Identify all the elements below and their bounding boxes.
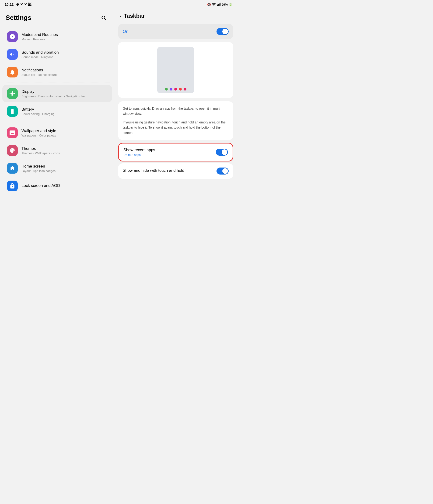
main-container: Settings Modes and Routines Modes · Rout… bbox=[0, 8, 237, 261]
svg-rect-2 bbox=[219, 3, 219, 6]
back-button[interactable]: ‹ bbox=[120, 13, 122, 19]
signal-icon bbox=[217, 3, 221, 7]
taskbar-desc-1: Get to apps quickly. Drag an app from th… bbox=[123, 106, 229, 117]
themes-icon bbox=[7, 145, 18, 156]
notifications-icon bbox=[7, 67, 18, 77]
taskbar-desc-2: If you're using gesture navigation, touc… bbox=[123, 120, 229, 135]
themes-text: Themes Themes · Wallpapers · Icons bbox=[21, 146, 107, 155]
status-time: 10:12 bbox=[5, 2, 14, 6]
taskbar-header: ‹ Taskbar bbox=[118, 10, 233, 24]
battery-title: Battery bbox=[21, 107, 107, 112]
display-title: Display bbox=[21, 89, 107, 94]
show-hide-title: Show and hide with touch and hold bbox=[123, 168, 184, 173]
sidebar-item-battery[interactable]: Battery Power saving · Charging bbox=[2, 103, 112, 120]
modes-routines-subtitle: Modes · Routines bbox=[21, 37, 107, 41]
home-screen-icon bbox=[7, 163, 18, 174]
home-screen-text: Home screen Layout · App icon badges bbox=[21, 164, 107, 173]
home-screen-title: Home screen bbox=[21, 164, 107, 169]
sounds-subtitle: Sound mode · Ringtone bbox=[21, 55, 107, 59]
divider-1 bbox=[5, 83, 110, 83]
modes-routines-icon bbox=[7, 31, 18, 42]
svg-rect-3 bbox=[220, 3, 220, 6]
show-hide-touch-row[interactable]: Show and hide with touch and hold bbox=[118, 163, 233, 179]
status-icons: ⊖ ✕ ✕ 🖼 bbox=[16, 2, 32, 7]
taskbar-preview-dots bbox=[165, 88, 186, 90]
settings-list: Modes and Routines Modes · Routines Soun… bbox=[0, 28, 114, 195]
wallpaper-subtitle: Wallpapers · Color palette bbox=[21, 134, 107, 137]
show-hide-toggle[interactable] bbox=[216, 168, 229, 175]
sounds-text: Sounds and vibration Sound mode · Ringto… bbox=[21, 50, 107, 59]
notifications-title: Notifications bbox=[21, 68, 107, 72]
svg-line-5 bbox=[105, 19, 106, 20]
dot-1 bbox=[165, 88, 168, 90]
taskbar-preview-phone bbox=[157, 47, 194, 93]
modes-routines-title: Modes and Routines bbox=[21, 32, 107, 37]
lock-screen-title: Lock screen and AOD bbox=[21, 183, 107, 188]
sounds-icon bbox=[7, 49, 18, 60]
svg-rect-0 bbox=[217, 4, 218, 6]
sounds-title: Sounds and vibration bbox=[21, 50, 107, 55]
taskbar-on-label: On bbox=[123, 29, 128, 34]
dot-5 bbox=[184, 88, 186, 90]
dot-3 bbox=[174, 88, 177, 90]
show-recent-apps-subtitle: Up to 2 apps bbox=[123, 153, 155, 157]
sidebar-item-themes[interactable]: Themes Themes · Wallpapers · Icons bbox=[2, 142, 112, 159]
battery-subtitle: Power saving · Charging bbox=[21, 112, 107, 116]
sidebar-item-lock-screen[interactable]: Lock screen and AOD bbox=[2, 177, 112, 195]
show-recent-apps-toggle[interactable] bbox=[216, 149, 228, 156]
lock-screen-text: Lock screen and AOD bbox=[21, 183, 107, 189]
themes-title: Themes bbox=[21, 146, 107, 151]
search-button[interactable] bbox=[99, 13, 109, 23]
status-time-area: 10:12 ⊖ ✕ ✕ 🖼 bbox=[5, 2, 31, 7]
sidebar-item-sounds[interactable]: Sounds and vibration Sound mode · Ringto… bbox=[2, 46, 112, 63]
taskbar-description-card: Get to apps quickly. Drag an app from th… bbox=[118, 101, 233, 140]
battery-percent: 99% bbox=[222, 3, 228, 6]
sidebar-item-notifications[interactable]: Notifications Status bar · Do not distur… bbox=[2, 63, 112, 81]
display-icon bbox=[7, 88, 18, 99]
home-screen-subtitle: Layout · App icon badges bbox=[21, 169, 107, 173]
sidebar-item-home-screen[interactable]: Home screen Layout · App icon badges bbox=[2, 160, 112, 177]
wifi-icon bbox=[212, 3, 216, 7]
dot-2 bbox=[170, 88, 172, 90]
display-subtitle: Brightness · Eye comfort shield · Naviga… bbox=[21, 94, 107, 98]
wallpaper-title: Wallpaper and style bbox=[21, 129, 107, 133]
sidebar-item-wallpaper[interactable]: Wallpaper and style Wallpapers · Color p… bbox=[2, 124, 112, 141]
taskbar-preview-card bbox=[118, 42, 233, 98]
status-bar: 10:12 ⊖ ✕ ✕ 🖼 🔇 99% 🔋 bbox=[0, 0, 237, 8]
lock-screen-icon bbox=[7, 180, 18, 191]
taskbar-on-toggle-row[interactable]: On bbox=[118, 24, 233, 39]
divider-2 bbox=[5, 122, 110, 122]
settings-title: Settings bbox=[6, 14, 31, 21]
show-recent-apps-title: Show recent apps bbox=[123, 148, 155, 152]
display-text: Display Brightness · Eye comfort shield … bbox=[21, 89, 107, 98]
status-right-icons: 🔇 99% 🔋 bbox=[207, 3, 232, 7]
settings-panel: Settings Modes and Routines Modes · Rout… bbox=[0, 8, 114, 261]
taskbar-title: Taskbar bbox=[124, 13, 145, 19]
show-hide-text: Show and hide with touch and hold bbox=[123, 168, 184, 174]
themes-subtitle: Themes · Wallpapers · Icons bbox=[21, 152, 107, 155]
taskbar-panel: ‹ Taskbar On Get to apps quickly. Drag a bbox=[114, 8, 237, 261]
mute-icon: 🔇 bbox=[207, 3, 211, 6]
show-recent-apps-row[interactable]: Show recent apps Up to 2 apps bbox=[118, 143, 233, 162]
modes-routines-text: Modes and Routines Modes · Routines bbox=[21, 32, 107, 41]
show-recent-apps-text: Show recent apps Up to 2 apps bbox=[123, 148, 155, 157]
svg-rect-1 bbox=[218, 4, 219, 6]
dot-4 bbox=[179, 88, 182, 90]
notifications-text: Notifications Status bar · Do not distur… bbox=[21, 68, 107, 77]
notifications-subtitle: Status bar · Do not disturb bbox=[21, 73, 107, 77]
sidebar-item-display[interactable]: Display Brightness · Eye comfort shield … bbox=[2, 85, 112, 102]
sidebar-item-modes-routines[interactable]: Modes and Routines Modes · Routines bbox=[2, 28, 112, 45]
taskbar-on-toggle[interactable] bbox=[216, 28, 229, 35]
wallpaper-icon bbox=[7, 127, 18, 138]
settings-header: Settings bbox=[0, 10, 114, 27]
battery-text: Battery Power saving · Charging bbox=[21, 107, 107, 116]
wallpaper-text: Wallpaper and style Wallpapers · Color p… bbox=[21, 129, 107, 137]
battery-icon: 🔋 bbox=[229, 3, 232, 6]
battery-icon-menu bbox=[7, 106, 18, 117]
